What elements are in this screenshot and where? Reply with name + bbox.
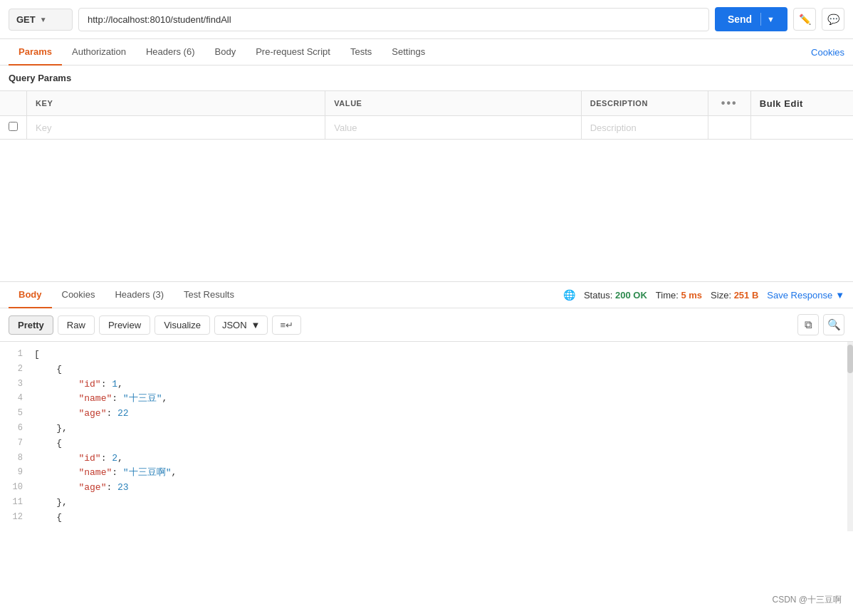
code-line: 5 "age": 22 — [0, 407, 853, 422]
send-chevron-icon: ▼ — [764, 15, 775, 24]
line-number: 8 — [0, 451, 34, 465]
table-row: Key Value Description — [0, 116, 853, 140]
line-number: 3 — [0, 377, 34, 391]
code-line: 11 }, — [0, 496, 853, 511]
tab-headers[interactable]: Headers (6) — [136, 39, 205, 66]
json-format-chevron-icon: ▼ — [251, 320, 261, 330]
save-response-button[interactable]: Save Response ▼ — [767, 290, 844, 301]
line-content: "name": "十三豆", — [34, 392, 853, 407]
status-label: Status: 200 OK — [584, 290, 647, 301]
line-content: "name": "十三豆啊", — [34, 466, 853, 481]
response-tab-headers[interactable]: Headers (3) — [105, 282, 174, 308]
tab-params[interactable]: Params — [9, 39, 62, 66]
line-number: 12 — [0, 511, 34, 524]
tab-settings[interactable]: Settings — [382, 39, 435, 66]
code-lines: 1 [ 2 { 3 "id": 1, 4 "name": "十三豆", 5 "a… — [0, 348, 853, 526]
code-line: 10 "age": 23 — [0, 481, 853, 496]
scrollbar-thumb — [847, 345, 853, 373]
checkbox-input[interactable] — [9, 122, 18, 131]
method-chevron-icon: ▼ — [40, 16, 47, 24]
code-line: 12 { — [0, 511, 853, 526]
tab-body[interactable]: Body — [205, 39, 246, 66]
url-input[interactable] — [78, 8, 709, 31]
col-description: DESCRIPTION — [581, 91, 708, 116]
method-label: GET — [16, 14, 36, 25]
code-line: 4 "name": "十三豆", — [0, 392, 853, 407]
send-button[interactable]: Send ▼ — [715, 7, 787, 31]
response-status: 🌐 Status: 200 OK Time: 5 ms Size: 251 B … — [563, 289, 844, 301]
col-bulk-edit[interactable]: Bulk Edit — [750, 91, 853, 116]
line-content: "id": 1, — [34, 377, 853, 392]
col-key: KEY — [27, 91, 325, 116]
scrollbar-track[interactable] — [847, 342, 853, 531]
tab-pre-request[interactable]: Pre-request Script — [246, 39, 340, 66]
globe-icon: 🌐 — [563, 289, 575, 301]
line-number: 6 — [0, 422, 34, 435]
bulk-edit-button[interactable]: Bulk Edit — [760, 98, 803, 109]
row-checkbox[interactable] — [0, 116, 27, 140]
pretty-button[interactable]: Pretty — [9, 315, 53, 335]
comment-icon-button[interactable]: 💬 — [822, 8, 844, 31]
line-number: 10 — [0, 481, 34, 494]
empty-params-area — [0, 140, 853, 282]
line-number: 1 — [0, 348, 34, 361]
tab-tests[interactable]: Tests — [340, 39, 382, 66]
size-value: 251 B — [734, 290, 759, 301]
code-line: 8 "id": 2, — [0, 451, 853, 466]
send-divider — [760, 13, 761, 26]
response-tab-cookies[interactable]: Cookies — [52, 282, 105, 308]
code-line: 7 { — [0, 437, 853, 451]
line-number: 4 — [0, 392, 34, 405]
row-actions — [708, 116, 750, 140]
line-content: "id": 2, — [34, 451, 853, 466]
row-desc-cell[interactable]: Description — [581, 116, 708, 140]
col-actions: ••• — [708, 91, 750, 116]
code-line: 6 }, — [0, 422, 853, 437]
key-placeholder: Key — [36, 122, 51, 133]
more-options-icon[interactable]: ••• — [721, 97, 738, 109]
response-tab-test-results[interactable]: Test Results — [174, 282, 244, 308]
request-tabs-bar: Params Authorization Headers (6) Body Pr… — [0, 39, 853, 66]
status-code: 200 OK — [615, 290, 647, 301]
visualize-button[interactable]: Visualize — [155, 315, 210, 335]
preview-button[interactable]: Preview — [99, 315, 150, 335]
tab-authorization[interactable]: Authorization — [62, 39, 136, 66]
code-line: 9 "name": "十三豆啊", — [0, 466, 853, 481]
line-content: "age": 23 — [34, 481, 853, 496]
code-line: 3 "id": 1, — [0, 377, 853, 392]
time-value: 5 ms — [681, 290, 702, 301]
size-label: Size: 251 B — [711, 290, 758, 301]
time-label: Time: 5 ms — [656, 290, 702, 301]
save-response-chevron-icon: ▼ — [835, 290, 844, 301]
url-bar: GET ▼ Send ▼ ✏️ 💬 — [0, 0, 853, 39]
method-select[interactable]: GET ▼ — [9, 9, 73, 31]
line-content: }, — [34, 422, 853, 437]
line-number: 11 — [0, 496, 34, 509]
copy-icon-button[interactable]: ⧉ — [797, 314, 819, 335]
json-format-select[interactable]: JSON ▼ — [214, 315, 268, 335]
row-value-cell[interactable]: Value — [325, 116, 581, 140]
response-tab-body[interactable]: Body — [9, 282, 52, 308]
line-content: "age": 22 — [34, 407, 853, 422]
code-area: 1 [ 2 { 3 "id": 1, 4 "name": "十三豆", 5 "a… — [0, 342, 853, 531]
col-value: VALUE — [325, 91, 581, 116]
line-number: 2 — [0, 362, 34, 376]
params-table: KEY VALUE DESCRIPTION ••• Bulk Edit Key … — [0, 90, 853, 140]
edit-icon-button[interactable]: ✏️ — [793, 8, 816, 31]
cookies-link[interactable]: Cookies — [811, 47, 844, 58]
query-params-label: Query Params — [0, 66, 853, 90]
format-bar-right: ⧉ 🔍 — [797, 314, 844, 335]
row-extra — [750, 116, 853, 140]
row-key-cell[interactable]: Key — [27, 116, 325, 140]
raw-button[interactable]: Raw — [58, 315, 95, 335]
json-format-label: JSON — [222, 320, 247, 330]
line-content: { — [34, 511, 853, 526]
search-icon-button[interactable]: 🔍 — [823, 314, 844, 335]
line-number: 5 — [0, 407, 34, 420]
line-content: { — [34, 362, 853, 377]
response-tabs-bar: Body Cookies Headers (3) Test Results 🌐 … — [0, 282, 853, 308]
line-content: }, — [34, 496, 853, 511]
line-content: { — [34, 437, 853, 451]
wrap-button[interactable]: ≡↵ — [272, 315, 301, 335]
code-line: 1 [ — [0, 348, 853, 362]
